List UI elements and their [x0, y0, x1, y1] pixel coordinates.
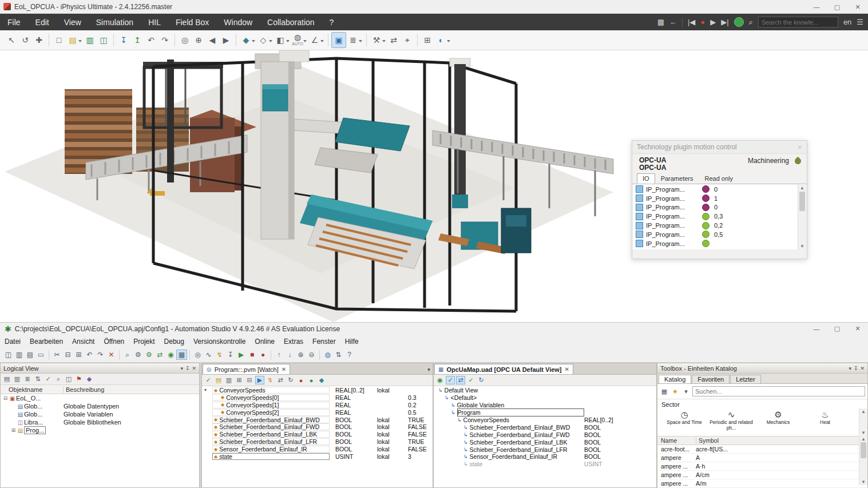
grid-icon[interactable]: ▦: [657, 18, 664, 26]
close-button[interactable]: ✕: [847, 0, 868, 14]
tree-row[interactable]: ◫ Libra... Globale Bibliotheken: [1, 418, 199, 426]
variable-value[interactable]: 3: [408, 453, 411, 460]
map-icon[interactable]: ⇄: [456, 376, 465, 384]
pvm-config-icon[interactable]: ◆: [317, 376, 326, 384]
tree-row[interactable]: ⊟ ▣ EoL_O...: [1, 394, 199, 402]
menu-edit[interactable]: Edit: [28, 14, 57, 30]
variable-value[interactable]: FALSE: [408, 423, 427, 430]
chevron-down-icon[interactable]: ▾: [180, 366, 183, 371]
watch-row[interactable]: ◆Sensor_Foerderband_Einlauf_IR BOOL loka…: [202, 446, 433, 453]
opcua-node[interactable]: ↳stateUSINT: [434, 461, 656, 468]
redo-icon[interactable]: ↷: [159, 34, 171, 46]
io-variable-row[interactable]: IP_Program...0,2: [633, 221, 806, 230]
transform-tool-icon[interactable]: ✚: [33, 34, 45, 46]
display-options-icon[interactable]: ≣: [347, 34, 359, 46]
line-down-icon[interactable]: ↓: [284, 350, 295, 360]
save-all-icon[interactable]: ◫: [98, 34, 109, 46]
expander-icon[interactable]: ⊞: [10, 427, 17, 433]
find-icon[interactable]: ⌕: [122, 350, 133, 360]
favorites-icon[interactable]: ★: [671, 387, 680, 396]
variable-value[interactable]: 0.3: [408, 394, 417, 401]
help-icon[interactable]: ?: [344, 350, 355, 360]
copy-icon[interactable]: ⊟: [62, 350, 73, 360]
search-icon[interactable]: ⌕: [749, 18, 753, 27]
hamburger-menu-icon[interactable]: ☰: [857, 18, 863, 26]
sector-periodic[interactable]: ∿ Periodic and related ph...: [709, 410, 754, 434]
trace-icon[interactable]: ∿: [203, 350, 214, 360]
unit-row[interactable]: acre-foot...acre-ft[US...: [657, 445, 867, 454]
menu-versionskontrolle[interactable]: Versionskontrolle: [189, 338, 250, 346]
variable-value[interactable]: 0.5: [408, 409, 417, 416]
variable-value[interactable]: FALSE: [408, 446, 427, 453]
online-connect-icon[interactable]: ◉: [165, 350, 176, 360]
menu-ansicht[interactable]: Ansicht: [68, 338, 99, 346]
record-stopped-icon[interactable]: ●: [296, 376, 306, 384]
opcua-node[interactable]: ↳<Default>: [434, 394, 656, 402]
column-symbol[interactable]: Symbol: [696, 437, 719, 444]
unit-row[interactable]: ampere ...A/cm: [657, 471, 867, 479]
tab-favoriten[interactable]: Favoriten: [692, 375, 730, 383]
refresh-icon[interactable]: ↻: [477, 376, 486, 384]
close-icon[interactable]: ✕: [282, 366, 286, 372]
view-grid-icon[interactable]: ▤: [2, 375, 11, 383]
undo-icon[interactable]: ↶: [145, 34, 157, 46]
menu-fenster[interactable]: Fenster: [308, 338, 340, 346]
stop-icon[interactable]: ■: [247, 350, 257, 360]
minimize-button[interactable]: —: [806, 322, 827, 335]
column-name[interactable]: Name: [657, 437, 696, 444]
scroll-thumb[interactable]: [861, 442, 866, 458]
tree-row-selected[interactable]: ⊞ ▤ Prog...: [1, 426, 199, 434]
maximize-button[interactable]: ▢: [827, 0, 847, 14]
align-mode-icon[interactable]: ∠: [309, 34, 320, 46]
sector-space-and-time[interactable]: ◷ Space and Time: [662, 410, 707, 434]
export-model-icon[interactable]: ↥: [132, 34, 143, 46]
menu-view[interactable]: View: [57, 14, 89, 30]
run-icon[interactable]: ▶: [236, 350, 247, 360]
skip-back-icon[interactable]: |◀: [688, 18, 695, 26]
open-project-icon[interactable]: ▤: [67, 34, 78, 46]
sort-icon[interactable]: ⇅: [333, 350, 344, 360]
menu-hil[interactable]: HIL: [141, 14, 168, 30]
watch-row[interactable]: ◆Schieber_Foerderband_Einlauf_LFR BOOL l…: [202, 438, 433, 446]
variable-value[interactable]: TRUE: [408, 416, 425, 423]
opcua-node[interactable]: ↳Schieber_Foerderband_Einlauf_FWDBOOL: [434, 431, 656, 438]
menu-datei[interactable]: Datei: [0, 338, 25, 346]
menu-simulation[interactable]: Simulation: [89, 14, 141, 30]
measure-tool-icon[interactable]: ⌖: [402, 34, 413, 46]
io-variable-row[interactable]: IP_Program...0: [633, 185, 806, 194]
io-variable-row[interactable]: IP_Program...: [633, 239, 806, 248]
watch-row-selected[interactable]: ◆state USINT lokal 3: [202, 453, 433, 461]
delete-icon[interactable]: ✕: [106, 350, 117, 360]
watch-row[interactable]: ◆ConveyorSpeeds[1] REAL 0.2: [202, 402, 433, 409]
view-back-icon[interactable]: ◀: [207, 34, 218, 46]
tab-list-dropdown-icon[interactable]: ▾: [425, 367, 433, 374]
watch-row[interactable]: ▾ ◆ConveyorSpeeds REAL[0..2] lokal: [202, 387, 433, 394]
menu-hilfe[interactable]: Hilfe: [340, 338, 363, 346]
tree-view-icon[interactable]: ▦: [660, 387, 669, 396]
save-icon[interactable]: ▥: [14, 350, 25, 360]
link-icon[interactable]: ◆: [85, 375, 94, 383]
step-into-icon[interactable]: ↧: [225, 350, 236, 360]
expander-icon[interactable]: ⊟: [2, 395, 9, 401]
column-beschreibung[interactable]: Beschreibung: [64, 386, 104, 393]
debug-tools-icon[interactable]: ⚒: [371, 34, 382, 46]
sort-icon[interactable]: ⇅: [33, 375, 42, 383]
tab-katalog[interactable]: Katalog: [659, 375, 691, 383]
unit-row[interactable]: ampere ...A/m: [657, 479, 867, 488]
check-icon[interactable]: ✓: [43, 375, 53, 383]
record-running-icon[interactable]: ●: [307, 376, 316, 384]
globe-icon[interactable]: ◍: [322, 350, 333, 360]
force-values-icon[interactable]: ↯: [214, 350, 225, 360]
compare-icon[interactable]: ◫: [64, 375, 73, 383]
check-icon[interactable]: ✓: [446, 376, 455, 384]
units-scrollbar[interactable]: ▲ ▼: [859, 436, 867, 485]
watch-row[interactable]: ◆Schieber_Foerderband_Einlauf_LBK BOOL l…: [202, 431, 433, 438]
insert-row-icon[interactable]: ⊞: [235, 376, 244, 384]
opcua-node[interactable]: ↳Globale Variablen: [434, 402, 656, 409]
paste-icon[interactable]: ⊞: [73, 350, 84, 360]
opcua-node[interactable]: ↳Schieber_Foerderband_Einlauf_LBKBOOL: [434, 438, 656, 446]
menu-help[interactable]: ?: [322, 14, 342, 30]
save-icon[interactable]: ▥: [84, 34, 96, 46]
scroll-up-icon[interactable]: ▲: [859, 409, 867, 414]
menu-window[interactable]: Window: [216, 14, 260, 30]
